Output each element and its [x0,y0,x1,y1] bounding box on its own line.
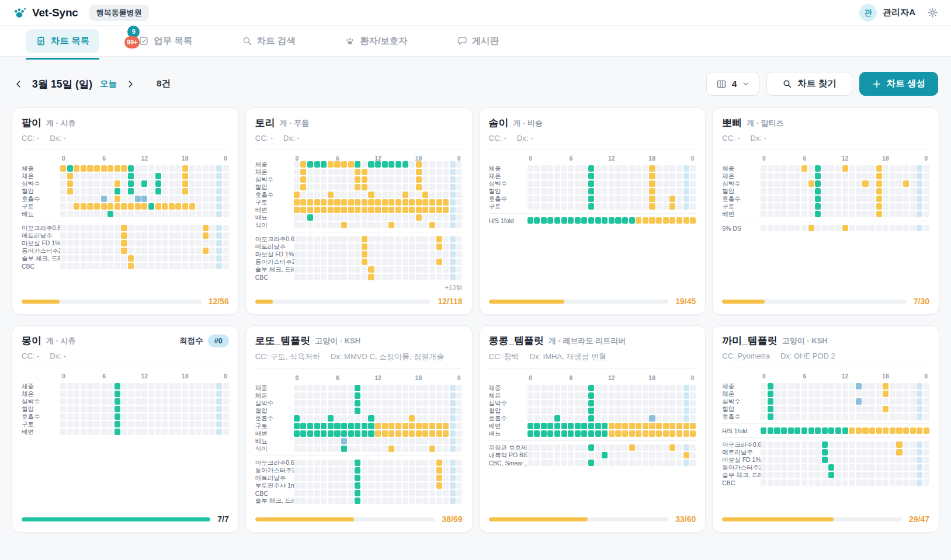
hour-cell [924,203,929,210]
hour-cell [196,413,202,420]
hour-cell [375,207,381,214]
chart-row: 혈압 [255,407,463,415]
hour-cell [788,406,794,413]
hour-cell [862,203,868,210]
hour-cell [429,415,435,422]
hour-cell [348,467,354,474]
hour-cell [808,180,814,187]
create-chart-button[interactable]: 차트 생성 [859,72,938,96]
hour-cell [148,413,154,420]
hour-cell [547,400,553,407]
hourly-chart[interactable]: 체중체온심박수혈압호흡수구토배변5% DS [722,165,929,232]
hour-cell [676,188,682,195]
today-button[interactable]: 오늘 [100,78,117,89]
hour-cell [615,444,621,451]
patient-card[interactable]: 팥이개 · 시츄CC: -Dx: -0612180체중체온심박수혈압호흡수구토배… [12,107,239,315]
hour-cell [314,192,320,199]
hour-cell [107,173,113,180]
hourly-chart[interactable]: 체중체온심박수혈압호흡수구토배뇨아모크라주0.6...메트리날주마보실 FD 1… [22,165,229,270]
find-chart-button[interactable]: 차트 찾기 [766,72,852,96]
row-cells [294,176,463,183]
hour-cell [561,452,567,459]
hour-cell [182,225,188,232]
chart-group: 아모크라주0.6...메트리날주마보실 FD 1%동아가스터주2...술부 체크… [22,221,229,270]
hour-cell [314,184,320,191]
hour-cell [581,188,587,195]
hourly-chart[interactable]: 체중체온심박수혈압호흡수구토배변배뇨식이아모크라주0.6...메트리날주마보실 … [255,161,463,281]
chart-row: H/S 1fold [722,427,929,434]
hour-cell [676,392,682,399]
hour-cell [328,244,334,251]
hour-cell [101,225,107,232]
hour-cell [141,429,147,436]
hour-cell [155,413,161,420]
row-cells [294,169,463,176]
chart-row: 구토 [22,420,229,428]
chart-row: 체중 [22,165,229,172]
hour-cell [656,415,662,422]
gear-icon[interactable] [927,7,938,18]
tab-patients[interactable]: 환자/보호자 [335,29,418,53]
hourly-chart[interactable]: 체중체온심박수혈압호흡수구토배변배뇨식이아모크라주0.6...동아가스터주2..… [255,384,463,505]
hour-cell [561,392,567,399]
hour-cell [683,460,689,467]
patient-card[interactable]: 솜이개 · 비숑CC: -Dx: -0612180체중체온심박수혈압호흡수구토H… [479,107,706,315]
patient-card[interactable]: 콩콩_템플릿개 · 레브라도 리트리버CC: 창백Dx: IMHA, 재생성 빈… [479,325,706,533]
hour-cell [456,251,462,258]
patient-card[interactable]: 까미_템플릿고양이 · KSHCC: PyometraDx: OHE POD 2… [712,325,939,533]
hour-cell [182,429,188,436]
next-day-button[interactable] [124,78,136,90]
hour-cell [856,457,862,464]
hour-cell [294,392,300,399]
hourly-chart[interactable]: 체중체온심박수혈압호흡수H/S 1fold아모크라주0.6...메트리날주마보실… [722,382,929,486]
hour-cell [341,244,347,251]
chart-row: 체온 [255,392,463,399]
hour-cell [890,383,896,390]
hourly-chart[interactable]: 체중체온심박수혈압호흡수구토배변 [22,382,229,436]
tab-chart-list[interactable]: 차트 목록 [26,29,99,53]
hour-cell [135,232,141,239]
hour-cell [300,408,306,415]
tab-chart-search[interactable]: 차트 검색 [232,29,306,53]
hour-cell [876,196,882,203]
prev-day-button[interactable] [13,78,25,90]
hour-cell [636,430,641,437]
hour-cell [443,415,449,422]
row-label: CBC [722,479,761,486]
hour-cell [368,169,374,176]
hour-cell [690,196,696,203]
hour-cell [774,180,780,187]
hour-cell [114,383,120,390]
hourly-chart[interactable]: 체중체온심박수혈압호흡수구토H/S 1fold [489,165,696,224]
hour-cell [890,225,896,232]
hour-cell [774,165,780,172]
row-label: 체온 [489,392,527,400]
hour-cell [896,472,902,479]
hour-cell [169,240,175,247]
hour-cell [842,225,848,232]
hour-cell [67,211,73,218]
hour-cell [456,192,462,199]
columns-select[interactable]: 4 [706,72,760,96]
cc-text: CC: 구토, 식욕저하 [255,352,320,362]
hour-cell [456,274,462,281]
hour-cell [890,449,896,456]
hour-cell [74,383,79,390]
patient-card[interactable]: 로또_템플릿고양이 · KSHCC: 구토, 식욕저하Dx: MMVD C, 소… [245,325,473,533]
patient-card[interactable]: 몽이개 · 시츄최접수#0CC: -Dx: -0612180체중체온심박수혈압호… [12,325,239,533]
patient-card[interactable]: 토리개 · 푸들CC: -Dx: -0612180체중체온심박수혈압호흡수구토배… [245,107,473,315]
hour-cell [128,240,134,247]
user-avatar[interactable]: 관 [859,4,877,22]
patient-card[interactable]: 뽀삐개 · 말티즈CC: -Dx: -0612180체중체온심박수혈압호흡수구토… [712,107,939,315]
hour-cell [436,244,442,251]
tab-board[interactable]: 게시판 [447,29,509,53]
hour-cell [883,441,888,448]
hour-cell [527,423,533,430]
hour-cell [94,263,100,270]
tab-task-list[interactable]: 9 99+ 업무 목록 [129,29,202,53]
hour-cell [910,413,916,420]
hour-cell [450,490,456,497]
hourly-chart[interactable]: 체중체온심박수혈압호흡수배변배뇨위장관 보호제 ...내복약 PO BIDCBC… [489,384,696,467]
time-axis: 0612180 [761,154,929,165]
axis-tick: 12 [608,374,615,381]
